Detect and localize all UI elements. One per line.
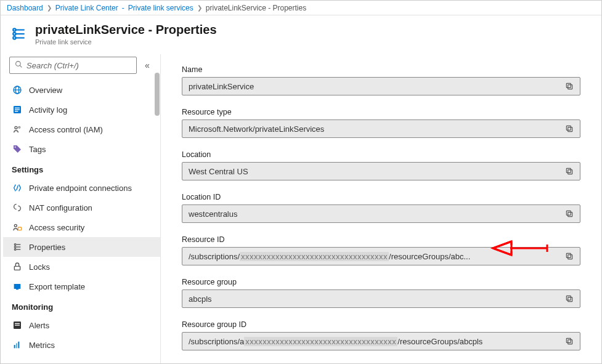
- copy-button[interactable]: [563, 164, 576, 178]
- alerts-icon: [12, 320, 23, 331]
- sidebar-item-label: Locks: [29, 262, 50, 272]
- sidebar-item-label: Access control (IAM): [29, 125, 103, 134]
- sidebar-item-label: Tags: [29, 145, 46, 154]
- chevron-right-icon: ❯: [197, 4, 202, 11]
- svg-marker-51: [493, 241, 511, 255]
- svg-rect-33: [14, 345, 15, 348]
- svg-point-16: [18, 126, 20, 128]
- svg-line-53: [493, 248, 511, 255]
- svg-rect-40: [568, 170, 572, 174]
- svg-rect-39: [566, 126, 571, 130]
- svg-rect-27: [14, 266, 20, 270]
- field-value-box: Microsoft.Network/privateLinkServices: [182, 119, 580, 138]
- field-value: Microsoft.Network/privateLinkServices: [189, 124, 563, 134]
- copy-button[interactable]: [563, 334, 576, 348]
- globe-icon: [12, 84, 23, 95]
- sidebar-item-label: Private endpoint connections: [29, 184, 132, 193]
- svg-rect-36: [568, 85, 572, 89]
- sidebar-item-label: Alerts: [29, 321, 49, 330]
- access-control-icon: [12, 124, 23, 135]
- copy-button[interactable]: [563, 249, 576, 263]
- sidebar-item-label: NAT configuration: [29, 203, 92, 212]
- search-input[interactable]: Search (Ctrl+/): [9, 57, 137, 74]
- copy-button[interactable]: [563, 207, 576, 220]
- field-value: West Central US: [189, 167, 563, 176]
- svg-point-19: [14, 224, 17, 227]
- endpoint-icon: [12, 182, 23, 193]
- field-value-box: West Central US: [182, 162, 580, 180]
- sidebar-group-settings: Settings: [3, 159, 160, 178]
- sidebar-item-activity-log[interactable]: Activity log: [3, 100, 160, 119]
- svg-rect-34: [16, 343, 17, 348]
- svg-rect-44: [568, 255, 572, 259]
- tags-icon: [12, 144, 23, 155]
- svg-line-18: [17, 185, 18, 190]
- sidebar: Search (Ctrl+/) « Overview Activity log …: [1, 54, 161, 364]
- breadcrumb: Dashboard ❯ Private Link Center - Privat…: [1, 1, 601, 15]
- field-resource-type: Resource type Microsoft.Network/privateL…: [182, 108, 580, 138]
- field-resource-group-id: Resource group ID /subscriptions/axxxxxx…: [182, 320, 580, 350]
- copy-button[interactable]: [563, 292, 576, 305]
- breadcrumb-dashboard[interactable]: Dashboard: [7, 4, 43, 12]
- field-label: Location: [182, 150, 580, 159]
- sidebar-item-tags[interactable]: Tags: [3, 139, 160, 159]
- field-value-box: abcpls: [182, 289, 580, 308]
- svg-rect-46: [568, 297, 572, 302]
- field-label: Name: [182, 65, 580, 74]
- svg-rect-42: [568, 212, 572, 217]
- field-label: Resource type: [182, 108, 580, 116]
- svg-line-52: [493, 241, 511, 248]
- sidebar-item-label: Activity log: [29, 105, 67, 115]
- sidebar-item-access-control[interactable]: Access control (IAM): [3, 119, 160, 139]
- field-label: Location ID: [182, 193, 580, 201]
- breadcrumb-private-link-services[interactable]: Private link services: [128, 4, 193, 12]
- svg-point-4: [13, 36, 15, 39]
- sidebar-item-private-endpoint-connections[interactable]: Private endpoint connections: [3, 178, 160, 198]
- sidebar-scrollbar-thumb[interactable]: [155, 73, 160, 116]
- copy-button[interactable]: [563, 79, 576, 93]
- svg-rect-29: [16, 289, 18, 289]
- sidebar-item-label: Export template: [29, 282, 85, 291]
- svg-rect-49: [566, 338, 571, 342]
- svg-rect-37: [566, 83, 571, 87]
- sidebar-group-monitoring: Monitoring: [3, 296, 160, 315]
- svg-rect-31: [15, 323, 20, 324]
- sidebar-item-locks[interactable]: Locks: [3, 257, 160, 277]
- svg-rect-41: [566, 168, 571, 172]
- svg-point-15: [15, 126, 17, 129]
- sidebar-item-properties[interactable]: Properties: [3, 237, 160, 257]
- copy-button[interactable]: [563, 122, 576, 135]
- svg-rect-32: [15, 325, 20, 325]
- access-security-icon: [12, 222, 23, 233]
- sidebar-item-export-template[interactable]: Export template: [3, 277, 160, 296]
- field-value: /subscriptions/axxxxxxxxxxxxxxxxxxxxxxxx…: [189, 337, 563, 346]
- sidebar-item-overview[interactable]: Overview: [3, 80, 160, 100]
- sidebar-item-metrics[interactable]: Metrics: [3, 335, 160, 355]
- sidebar-item-nat-configuration[interactable]: NAT configuration: [3, 198, 160, 217]
- collapse-sidebar-button[interactable]: «: [140, 61, 154, 70]
- metrics-icon: [12, 339, 23, 350]
- properties-icon: [12, 241, 23, 253]
- svg-rect-14: [15, 111, 18, 111]
- svg-rect-28: [14, 284, 21, 289]
- breadcrumb-private-link-center[interactable]: Private Link Center: [55, 4, 118, 12]
- svg-point-23: [14, 246, 16, 248]
- locks-icon: [12, 261, 23, 272]
- breadcrumb-current: privateLinkService - Properties: [206, 4, 306, 12]
- chevron-right-icon: ❯: [47, 4, 52, 11]
- svg-point-2: [13, 33, 15, 35]
- dash-separator: -: [122, 4, 124, 12]
- private-link-service-icon: [10, 25, 28, 42]
- svg-rect-12: [15, 108, 20, 108]
- sidebar-item-access-security[interactable]: Access security: [3, 217, 160, 237]
- svg-point-0: [13, 28, 15, 31]
- export-template-icon: [12, 281, 23, 292]
- field-label: Resource group: [182, 278, 580, 286]
- search-icon: [15, 60, 23, 70]
- sidebar-item-alerts[interactable]: Alerts: [3, 315, 160, 335]
- field-value-box: privateLinkService: [182, 77, 580, 95]
- field-value-box: /subscriptions/axxxxxxxxxxxxxxxxxxxxxxxx…: [182, 332, 580, 350]
- field-label: Resource group ID: [182, 320, 580, 329]
- field-value: westcentralus: [189, 209, 563, 219]
- search-placeholder: Search (Ctrl+/): [26, 61, 79, 70]
